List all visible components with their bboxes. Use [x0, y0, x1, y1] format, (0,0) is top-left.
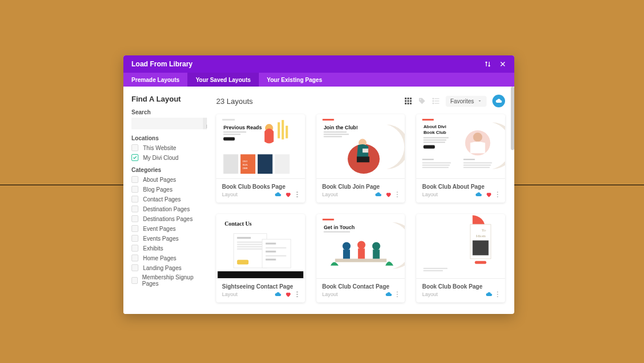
svg-rect-38	[323, 136, 342, 137]
cloud-icon	[485, 291, 492, 298]
layout-card[interactable]: Get in Touch	[317, 214, 405, 302]
layout-card[interactable]: Contact Us	[216, 214, 305, 302]
close-icon[interactable]	[499, 61, 506, 68]
category-events-pages[interactable]: Events Pages	[131, 235, 201, 242]
category-blog-pages[interactable]: Blog Pages	[131, 186, 201, 193]
location-my-divi-cloud[interactable]: My Divi Cloud	[131, 154, 201, 161]
grid-view-icon[interactable]	[404, 97, 412, 105]
card-title: Book Club Book Page	[422, 283, 499, 290]
modal-header: Load From Library	[123, 55, 514, 73]
tab-premade-layouts[interactable]: Premade Layouts	[123, 73, 187, 87]
portability-icon[interactable]	[484, 61, 491, 68]
layout-card[interactable]: Previous Reads	[216, 114, 305, 203]
svg-rect-81	[335, 259, 386, 262]
category-exhibits[interactable]: Exhibits	[131, 245, 201, 252]
svg-rect-64	[237, 237, 251, 239]
svg-rect-44	[423, 119, 434, 121]
category-contact-pages[interactable]: Contact Pages	[131, 196, 201, 203]
svg-rect-12	[432, 100, 434, 102]
tag-view-icon[interactable]	[418, 97, 426, 105]
category-membership-signup-pages[interactable]: Membership Signup Pages	[131, 274, 201, 287]
tab-bar: Premade Layouts Your Saved Layouts Your …	[123, 73, 514, 87]
layout-thumbnail: Contact Us	[216, 214, 305, 279]
svg-rect-55	[423, 164, 450, 166]
layout-card[interactable]: Join the Club!	[317, 114, 405, 203]
chevron-down-icon	[477, 99, 482, 103]
svg-rect-31	[258, 154, 273, 174]
svg-rect-13	[435, 100, 439, 101]
list-view-icon[interactable]	[432, 97, 440, 105]
card-type: Layout	[222, 291, 238, 297]
layout-thumbnail: To Idiom	[416, 214, 505, 279]
svg-rect-11	[435, 98, 439, 99]
checkbox-label: About Pages	[143, 177, 176, 183]
checkbox-icon	[131, 205, 138, 212]
svg-rect-92	[473, 241, 489, 256]
more-icon[interactable]	[496, 192, 500, 198]
layout-thumbnail: Previous Reads	[216, 114, 305, 179]
search-input[interactable]	[131, 118, 203, 129]
more-icon[interactable]	[496, 291, 500, 298]
checkbox-icon	[131, 196, 138, 203]
svg-rect-94	[424, 268, 448, 269]
svg-text:Book Club: Book Club	[424, 130, 447, 135]
tab-label: Your Saved Layouts	[195, 77, 250, 83]
svg-rect-71	[266, 243, 276, 245]
svg-rect-10	[432, 98, 434, 99]
card-type: Layout	[222, 192, 238, 197]
layout-thumbnail: Join the Club!	[317, 114, 405, 179]
svg-rect-49	[424, 142, 446, 143]
svg-point-84	[357, 241, 366, 249]
svg-rect-60	[464, 167, 490, 168]
svg-rect-69	[237, 260, 248, 264]
more-icon[interactable]	[396, 291, 400, 298]
layout-card[interactable]: About Divi Book Club	[416, 114, 505, 203]
category-destination-pages[interactable]: Destination Pages	[131, 205, 201, 212]
heart-icon[interactable]	[285, 191, 292, 198]
cloud-badge-button[interactable]	[492, 95, 505, 107]
svg-rect-65	[237, 242, 262, 243]
svg-rect-93	[475, 261, 487, 264]
more-icon[interactable]	[295, 291, 299, 298]
category-landing-pages[interactable]: Landing Pages	[131, 264, 201, 271]
filter-button[interactable]: + Filter	[203, 118, 207, 129]
svg-rect-3	[405, 100, 406, 102]
location-this-website[interactable]: This Website	[131, 144, 201, 151]
category-destinations-pages[interactable]: Destinations Pages	[131, 215, 201, 222]
scrollbar[interactable]	[511, 87, 514, 150]
categories-label: Categories	[131, 167, 201, 173]
svg-rect-67	[237, 246, 262, 248]
tab-your-saved-layouts[interactable]: Your Saved Layouts	[187, 73, 258, 87]
svg-rect-59	[464, 164, 491, 166]
svg-rect-34	[322, 119, 334, 121]
svg-rect-41	[357, 156, 370, 162]
checkbox-label: Landing Pages	[143, 265, 182, 271]
heart-icon[interactable]	[485, 191, 492, 198]
tab-your-existing-pages[interactable]: Your Existing Pages	[259, 73, 330, 87]
svg-rect-78	[322, 219, 334, 220]
heart-icon[interactable]	[385, 191, 392, 198]
svg-text:BUIL: BUIL	[243, 163, 248, 166]
checkbox-label: Destination Pages	[143, 206, 190, 212]
checkbox-icon	[131, 277, 138, 284]
svg-point-86	[372, 242, 380, 250]
more-icon[interactable]	[295, 192, 299, 198]
more-icon[interactable]	[396, 192, 400, 198]
category-about-pages[interactable]: About Pages	[131, 176, 201, 183]
svg-text:DIVI: DIVI	[243, 160, 247, 163]
svg-rect-23	[278, 122, 280, 139]
checkbox-label: Blog Pages	[143, 186, 172, 193]
sort-select[interactable]: Favorites	[446, 96, 487, 107]
category-event-pages[interactable]: Event Pages	[131, 225, 201, 232]
checkbox-icon	[131, 255, 138, 261]
category-home-pages[interactable]: Home Pages	[131, 255, 201, 261]
cloud-icon	[274, 291, 281, 298]
svg-rect-15	[435, 103, 439, 104]
layout-thumbnail: About Divi Book Club	[416, 114, 505, 179]
checkbox-label: My Divi Cloud	[143, 155, 179, 161]
checkbox-label: Destinations Pages	[143, 216, 193, 222]
card-title: Book Club About Page	[422, 184, 499, 190]
checkbox-label: Membership Signup Pages	[142, 274, 201, 287]
layout-card[interactable]: To Idiom Book Club Book Page Layout	[416, 214, 505, 302]
heart-icon[interactable]	[285, 291, 292, 298]
